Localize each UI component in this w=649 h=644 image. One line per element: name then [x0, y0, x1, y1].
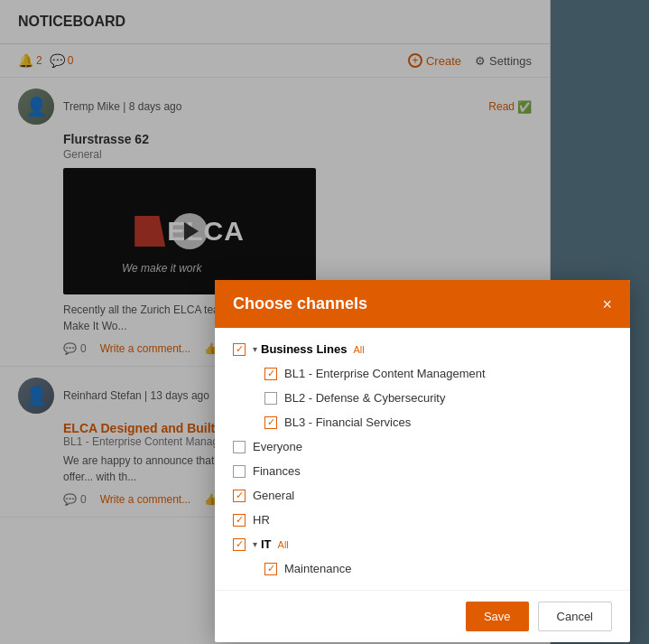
checkbox-finances[interactable]: [233, 465, 246, 478]
channel-item-maintenance[interactable]: ✓ Maintenance: [215, 556, 630, 581]
channel-label-maintenance: Maintenance: [284, 562, 351, 575]
modal-footer: Save Cancel: [215, 590, 630, 642]
modal-close-button[interactable]: ×: [602, 296, 612, 313]
channel-item-everyone[interactable]: Everyone: [215, 434, 630, 459]
cancel-button[interactable]: Cancel: [538, 602, 612, 631]
modal-header: Choose channels ×: [215, 280, 630, 328]
checkmark-icon-it: ✓: [236, 538, 244, 550]
it-all-badge: All: [278, 539, 289, 550]
channel-item-finances[interactable]: Finances: [215, 459, 630, 483]
checkmark-icon-general: ✓: [236, 490, 244, 501]
checkbox-general[interactable]: ✓: [233, 490, 246, 502]
modal-body: ✓ ▾ Business Lines All ✓ BL1 - Enterpris…: [215, 328, 630, 590]
modal-overlay: Choose channels × ✓ ▾ Business Lines All…: [0, 0, 649, 644]
business-lines-label: Business Lines: [261, 342, 347, 356]
checkmark-icon-bl3: ✓: [267, 416, 275, 428]
modal-title: Choose channels: [233, 294, 367, 313]
checkmark-icon-maintenance: ✓: [267, 563, 275, 574]
checkbox-bl1[interactable]: ✓: [264, 368, 277, 380]
channel-item-hr[interactable]: ✓ HR: [215, 508, 630, 532]
channel-label-bl3: BL3 - Financial Services: [284, 415, 411, 429]
checkbox-everyone[interactable]: [233, 441, 246, 453]
it-label: IT: [261, 537, 272, 551]
channel-item-business-lines[interactable]: ✓ ▾ Business Lines All: [215, 337, 630, 361]
channel-label-everyone: Everyone: [253, 440, 302, 453]
channel-label-finances: Finances: [253, 464, 301, 478]
business-lines-all-badge: All: [353, 344, 364, 355]
channel-item-bl3[interactable]: ✓ BL3 - Financial Services: [215, 410, 630, 434]
channel-label-general: General: [253, 489, 294, 502]
checkbox-it[interactable]: ✓: [233, 538, 246, 551]
channel-item-it[interactable]: ✓ ▾ IT All: [215, 532, 630, 556]
channel-label-bl2: BL2 - Defense & Cybersecurity: [284, 391, 445, 405]
channel-label-bl1: BL1 - Enterprise Content Management: [284, 367, 486, 380]
chevron-down-icon: ▾: [253, 344, 257, 354]
choose-channels-modal: Choose channels × ✓ ▾ Business Lines All…: [215, 280, 630, 642]
save-button[interactable]: Save: [466, 602, 529, 631]
checkbox-business-lines[interactable]: ✓: [233, 343, 246, 356]
checkmark-icon-hr: ✓: [236, 514, 244, 526]
checkbox-maintenance[interactable]: ✓: [264, 563, 277, 575]
chevron-down-icon-it: ▾: [253, 539, 257, 549]
channel-label-hr: HR: [253, 513, 270, 527]
channel-item-bl2[interactable]: BL2 - Defense & Cybersecurity: [215, 386, 630, 410]
it-toggle[interactable]: ▾ IT All: [253, 537, 289, 551]
checkmark-icon-bl1: ✓: [267, 368, 275, 379]
business-lines-toggle[interactable]: ▾ Business Lines All: [253, 342, 365, 356]
checkbox-bl3[interactable]: ✓: [264, 416, 277, 429]
checkmark-icon: ✓: [236, 343, 244, 355]
checkbox-bl2[interactable]: [264, 392, 277, 405]
channel-item-bl1[interactable]: ✓ BL1 - Enterprise Content Management: [215, 361, 630, 386]
checkbox-hr[interactable]: ✓: [233, 514, 246, 527]
channel-item-general[interactable]: ✓ General: [215, 483, 630, 508]
